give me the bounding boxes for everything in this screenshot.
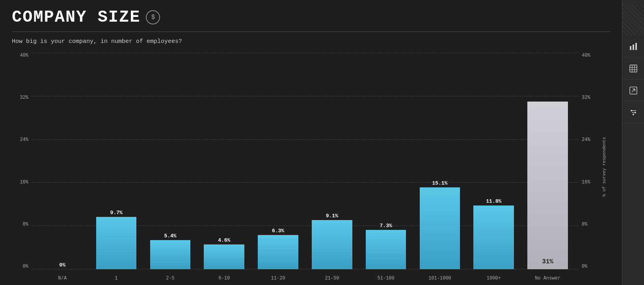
bar-chart-icon	[629, 42, 638, 51]
y-axis-right-label: 40%	[582, 53, 590, 58]
y-axis-right-label: 24%	[582, 137, 590, 142]
y-axis-right-label: 8%	[582, 222, 587, 227]
chart-area: 0%9.7%5.4%4.6%6.3%9.1%7.3%15.1%11.8%31%3…	[32, 53, 579, 281]
bar-rect	[150, 240, 191, 269]
x-axis-label: 6-10	[197, 274, 251, 281]
y-axis-left-label: 32%	[20, 95, 28, 100]
x-axis-label: 101-1000	[413, 274, 467, 281]
bar-value-label: 0%	[60, 262, 66, 268]
export-button[interactable]	[622, 80, 644, 102]
bar-group: 9.7%	[89, 53, 143, 269]
y-axis-left-label: 16%	[20, 180, 28, 185]
chart-container: 40%32%24%16%8%0% 0%9.7%5.4%4.6%6.3%9.1%7…	[12, 53, 610, 281]
bar-rect: 31%	[527, 102, 568, 269]
bar-value-label: 5.4%	[164, 233, 176, 239]
svg-rect-1	[633, 44, 634, 50]
export-icon	[629, 86, 638, 95]
x-axis-label: No Answer	[521, 274, 575, 281]
y-axis-right-label: 16%	[582, 180, 590, 185]
sidebar	[622, 0, 644, 285]
bar-value-label: 6.3%	[272, 228, 284, 234]
x-axis-label: 2-5	[143, 274, 197, 281]
y-axis-right-label: 32%	[582, 95, 590, 100]
y-axis-left-label: 40%	[20, 53, 28, 58]
bar-rect	[204, 244, 244, 269]
question-text: How big is your company, in number of em…	[12, 38, 610, 45]
header-row: COMPANY SIZE $	[12, 8, 610, 27]
x-axis-label: N/A	[35, 274, 89, 281]
svg-point-15	[633, 114, 634, 115]
y-axis-left: 40%32%24%16%8%0%	[12, 53, 32, 281]
grid-and-bars: 0%9.7%5.4%4.6%6.3%9.1%7.3%15.1%11.8%31%3…	[32, 53, 579, 281]
bar-group: 0%	[35, 53, 89, 269]
bar-group: 31%31%	[521, 53, 575, 269]
table-icon	[629, 64, 638, 73]
bar-rect	[258, 235, 298, 269]
y-axis-left-label: 0%	[23, 264, 28, 269]
bar-group: 15.1%	[413, 53, 467, 269]
dollar-icon: $	[146, 10, 160, 24]
bar-rect	[420, 187, 460, 269]
y-axis-left-label: 8%	[23, 222, 28, 227]
bar-group: 7.3%	[359, 53, 413, 269]
bar-value-label: 9.7%	[110, 210, 123, 216]
bar-group: 9.1%	[305, 53, 359, 269]
x-axis-label: 1	[89, 274, 143, 281]
svg-rect-2	[635, 43, 637, 50]
rotated-label-container: % of survey respondents	[598, 53, 610, 281]
x-axis-label: 21-50	[305, 274, 359, 281]
bar-value-label: 11.8%	[486, 198, 501, 204]
header-divider	[12, 31, 610, 32]
filter-button[interactable]	[622, 102, 644, 124]
svg-line-9	[632, 89, 635, 92]
page-title: COMPANY SIZE	[12, 8, 140, 27]
svg-rect-3	[630, 65, 637, 72]
filter-icon	[629, 108, 638, 117]
bar-value-label: 7.3%	[380, 223, 392, 229]
svg-rect-0	[630, 46, 631, 50]
bar-rect	[366, 230, 406, 269]
y-axis-right: 40%32%24%16%8%0%	[579, 53, 598, 281]
x-axis-label: 51-100	[359, 274, 413, 281]
rotated-y-label: % of survey respondents	[602, 137, 607, 197]
bar-value-label: 4.6%	[218, 237, 230, 243]
bar-group: 6.3%	[251, 53, 305, 269]
bar-value-label: 15.1%	[432, 180, 447, 186]
x-axis-label: 1000+	[467, 274, 521, 281]
bar-group: 11.8%	[467, 53, 521, 269]
svg-point-13	[631, 110, 632, 111]
bar-rect	[473, 205, 514, 269]
bar-inner-label: 31%	[542, 258, 553, 265]
bar-value-label: 9.1%	[326, 213, 338, 219]
bar-group: 5.4%	[143, 53, 197, 269]
bar-chart-button[interactable]	[622, 35, 644, 57]
bars-row: 0%9.7%5.4%4.6%6.3%9.1%7.3%15.1%11.8%31%3…	[32, 53, 579, 269]
y-axis-left-label: 24%	[20, 137, 28, 142]
bar-group: 4.6%	[197, 53, 251, 269]
bar-rect	[312, 220, 352, 269]
x-axis: N/A12-56-1011-2021-5051-100101-10001000+…	[32, 274, 579, 281]
main-content: COMPANY SIZE $ How big is your company, …	[0, 0, 622, 285]
bar-rect	[96, 217, 137, 269]
y-axis-right-label: 0%	[582, 264, 587, 269]
table-button[interactable]	[622, 57, 644, 80]
svg-point-14	[635, 112, 636, 113]
sidebar-hatch	[622, 4, 644, 35]
x-axis-label: 11-20	[251, 274, 305, 281]
